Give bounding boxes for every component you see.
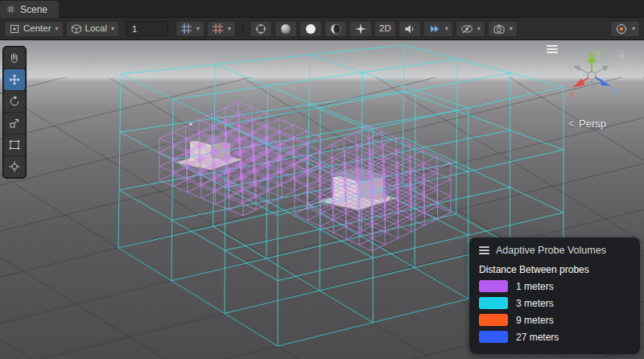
axis-y-label[interactable]: y (597, 47, 601, 56)
projection-label: Persp (579, 118, 606, 130)
double-chevron-icon (428, 23, 441, 35)
white-circle-icon (304, 23, 317, 35)
speaker-icon (403, 23, 416, 35)
legend-color-swatch (479, 297, 508, 309)
tools-overlay (2, 46, 27, 179)
chevron-down-icon: ▾ (445, 26, 448, 32)
transform-tool-button[interactable] (4, 156, 25, 177)
rect-icon (8, 138, 21, 151)
grid-snap-icon (180, 23, 192, 35)
cube-icon (71, 23, 82, 35)
view-hand-tool-button[interactable] (4, 47, 25, 68)
mode-2d-label: 2D (379, 24, 391, 34)
rotate-tool-button[interactable] (4, 91, 25, 112)
chevron-down-icon: ▾ (111, 26, 114, 32)
gizmos-crosshair-toggle[interactable] (250, 21, 272, 37)
tool-handle-rotation-dropdown[interactable]: Local ▾ (66, 21, 120, 37)
tab-label: Scene (20, 4, 47, 15)
move-tool-button[interactable] (4, 69, 25, 90)
legend-label: 27 meters (516, 332, 559, 343)
scene-camera-dropdown[interactable]: ▾ (488, 21, 518, 37)
mode-2d-toggle[interactable]: 2D (374, 21, 396, 37)
legend-color-swatch (479, 314, 508, 326)
orientation-label: Local (85, 24, 108, 34)
shading-mode-toggle[interactable] (275, 21, 297, 37)
toolbar-separator (242, 23, 243, 35)
rotate-icon (8, 95, 21, 108)
apv-legend-panel[interactable]: Adaptive Probe Volumes Distance Between … (469, 237, 640, 354)
chevron-down-icon: ▾ (56, 26, 59, 32)
shaded-sphere-icon (279, 23, 292, 35)
legend-label: 3 meters (516, 298, 554, 309)
crosshair-icon (254, 23, 267, 35)
apv-legend-header[interactable]: Adaptive Probe Volumes (479, 245, 630, 256)
hand-icon (8, 52, 21, 64)
camera-icon (493, 23, 506, 35)
projection-toggle[interactable]: < Persp (568, 118, 606, 130)
rect-tool-button[interactable] (4, 134, 25, 155)
tool-handle-position-dropdown[interactable]: Center ▾ (4, 21, 64, 37)
scene-lighting-toggle[interactable] (324, 21, 347, 37)
flare-effects-toggle[interactable] (349, 21, 372, 37)
transform-icon (8, 160, 21, 173)
scale-icon (8, 117, 21, 130)
scene-visibility-dropdown[interactable]: ▾ (456, 21, 485, 37)
pivot-label: Center (23, 24, 52, 34)
tab-bar: Scene (0, 0, 644, 18)
legend-row: 3 meters (479, 297, 630, 309)
scale-tool-button[interactable] (4, 113, 25, 134)
snap-increment-icon (212, 23, 224, 35)
chevron-left-icon: < (568, 118, 574, 130)
legend-color-swatch (479, 280, 508, 292)
legend-row: 1 meters (479, 280, 630, 292)
apv-legend-rows: 1 meters3 meters9 meters27 meters (479, 280, 630, 343)
unity-scene-view-window: Scene Center ▾ Local ▾ ▾ (0, 0, 644, 359)
lock-icon[interactable] (617, 50, 626, 60)
grid-visibility-dropdown[interactable]: ▾ (175, 21, 204, 37)
chevron-down-icon: ▾ (632, 26, 635, 32)
legend-color-swatch (479, 331, 508, 343)
legend-label: 1 meters (516, 281, 554, 292)
eye-slash-icon (460, 23, 473, 35)
axis-x-label[interactable]: x (570, 89, 575, 99)
axis-z-label[interactable]: z (615, 85, 620, 95)
chevron-down-icon: ▾ (196, 26, 200, 32)
apv-legend-subtitle: Distance Between probes (479, 264, 630, 275)
pivot-icon (9, 23, 20, 35)
chevron-down-icon: ▾ (510, 26, 513, 32)
scene-toolbar: Center ▾ Local ▾ ▾ ▾ (0, 18, 644, 40)
wireframe-toggle[interactable] (299, 21, 322, 37)
scene-view-gizmo-dropdown[interactable]: ▾ (610, 21, 640, 37)
chevron-down-icon: ▾ (477, 26, 481, 32)
legend-row: 27 meters (479, 331, 630, 343)
tab-scene[interactable]: Scene (0, 1, 59, 18)
move-icon (8, 73, 21, 86)
legend-label: 9 meters (516, 315, 554, 326)
chevron-down-icon: ▾ (228, 26, 231, 32)
grid-size-field[interactable] (126, 21, 168, 36)
apv-legend-title: Adaptive Probe Volumes (496, 245, 606, 256)
snap-increment-dropdown[interactable]: ▾ (207, 21, 236, 37)
overlay-menu-button[interactable] (547, 45, 558, 53)
flare-icon (354, 23, 367, 35)
scene-effects-dropdown[interactable]: ▾ (423, 21, 453, 37)
scene-audio-toggle[interactable] (398, 21, 421, 37)
grid-tab-icon (6, 5, 15, 14)
target-gizmo-icon (615, 23, 628, 35)
menu-icon (479, 246, 489, 254)
legend-row: 9 meters (479, 314, 630, 326)
moon-icon (329, 23, 342, 35)
